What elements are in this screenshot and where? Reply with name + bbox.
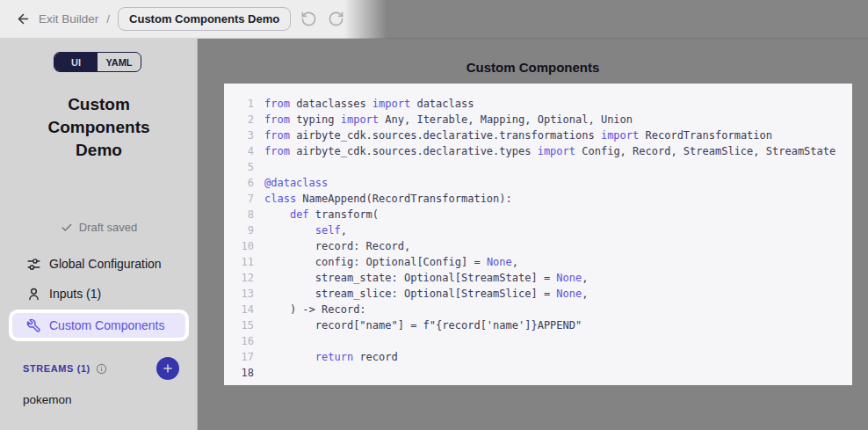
- streams-header-label: STREAMS (1): [23, 363, 90, 374]
- code-text: stream_state: Optional[StreamState] = No…: [264, 272, 588, 284]
- code-line: 8 def transform(: [235, 207, 852, 222]
- code-line: 10 record: Record,: [235, 238, 852, 254]
- line-number: 8: [235, 208, 254, 221]
- main-panel: Custom Components 1from dataclasses impo…: [198, 39, 868, 430]
- code-line: 18: [235, 365, 852, 381]
- builder-sidebar: UI YAML Custom Components Demo Draft sav…: [0, 39, 198, 430]
- line-number: 11: [235, 256, 254, 268]
- line-number: 16: [235, 335, 254, 347]
- panel-heading: Custom Components: [198, 60, 868, 75]
- builder-title-input[interactable]: Custom Components Demo: [118, 7, 291, 31]
- code-text: def transform(: [264, 208, 379, 221]
- redo-icon: [328, 11, 344, 27]
- info-icon[interactable]: [96, 363, 107, 375]
- ui-yaml-toggle: UI YAML: [54, 52, 141, 72]
- sidebar-item-inputs[interactable]: Inputs (1): [12, 281, 185, 306]
- stream-item-pokemon[interactable]: pokemon: [0, 389, 198, 410]
- code-line: 17 return record: [235, 349, 852, 365]
- code-text: from typing import Any, Iterable, Mappin…: [264, 113, 633, 126]
- code-line: 15 record["name"] = f"{record['name']}AP…: [235, 317, 852, 333]
- code-line: 16: [235, 333, 852, 349]
- code-line: 7class NameAppend(RecordTransformation):: [235, 191, 852, 207]
- code-text: from dataclasses import dataclass: [264, 98, 474, 110]
- plus-icon: [162, 362, 174, 375]
- code-line: 11 config: Optional[Config] = None,: [235, 254, 852, 270]
- line-number: 13: [235, 288, 254, 300]
- code-text: from airbyte_cdk.sources.declarative.typ…: [264, 145, 835, 157]
- code-lines: 1from dataclasses import dataclass2from …: [235, 96, 852, 381]
- code-text: stream_slice: Optional[StreamSlice] = No…: [264, 288, 588, 300]
- redo-button[interactable]: [326, 10, 345, 29]
- line-number: 10: [235, 240, 254, 252]
- line-number: 2: [235, 113, 254, 126]
- code-text: ) -> Record:: [264, 303, 366, 316]
- code-line: 4from airbyte_cdk.sources.declarative.ty…: [235, 143, 852, 159]
- line-number: 1: [235, 98, 254, 110]
- top-bar: Exit Builder / Custom Components Demo: [0, 0, 868, 39]
- sliders-icon: [26, 257, 41, 272]
- sidebar-nav: Global Configuration Inputs (1) Custom C…: [0, 251, 198, 343]
- streams-section-header: STREAMS (1): [0, 355, 198, 382]
- exit-builder-link[interactable]: Exit Builder: [39, 12, 98, 26]
- sidebar-item-custom-components[interactable]: Custom Components: [12, 313, 185, 338]
- code-line: 12 stream_state: Optional[StreamState] =…: [235, 270, 852, 286]
- toggle-yaml-option[interactable]: YAML: [98, 53, 141, 71]
- line-number: 9: [235, 224, 254, 237]
- line-number: 15: [235, 319, 254, 332]
- breadcrumb-separator: /: [106, 12, 110, 26]
- check-icon: [61, 222, 73, 234]
- back-button[interactable]: [11, 7, 35, 32]
- code-line: 1from dataclasses import dataclass: [235, 96, 852, 112]
- line-number: 12: [235, 272, 254, 284]
- add-stream-button[interactable]: [156, 357, 179, 380]
- draft-status: Draft saved: [0, 221, 198, 234]
- line-number: 3: [235, 129, 254, 142]
- code-line: 2from typing import Any, Iterable, Mappi…: [235, 112, 852, 128]
- undo-button[interactable]: [299, 10, 318, 29]
- code-line: 3from airbyte_cdk.sources.declarative.tr…: [235, 128, 852, 143]
- code-line: 13 stream_slice: Optional[StreamSlice] =…: [235, 286, 852, 302]
- code-text: record: Record,: [264, 240, 410, 252]
- code-text: @dataclass: [264, 177, 328, 189]
- wrench-icon: [26, 318, 41, 333]
- code-text: config: Optional[Config] = None,: [264, 256, 518, 268]
- code-line: 6@dataclass: [235, 175, 852, 191]
- code-editor[interactable]: 1from dataclasses import dataclass2from …: [224, 84, 852, 385]
- line-number: 17: [235, 351, 254, 363]
- code-line: 5: [235, 159, 852, 175]
- code-text: return record: [264, 351, 398, 363]
- project-title: Custom Components Demo: [0, 93, 198, 162]
- undo-icon: [300, 11, 317, 27]
- code-line: 14 ) -> Record:: [235, 302, 852, 317]
- code-text: from airbyte_cdk.sources.declarative.tra…: [264, 129, 772, 142]
- line-number: 4: [235, 145, 254, 157]
- arrow-left-icon: [16, 11, 31, 26]
- code-text: record["name"] = f"{record['name']}APPEN…: [264, 319, 582, 332]
- sidebar-item-global-configuration[interactable]: Global Configuration: [12, 251, 185, 276]
- connector-builder-app: Exit Builder / Custom Components Demo UI…: [0, 0, 868, 430]
- person-icon: [26, 287, 41, 302]
- code-line: 9 self,: [235, 222, 852, 238]
- toggle-ui-option[interactable]: UI: [54, 53, 98, 71]
- line-number: 18: [235, 367, 254, 379]
- code-text: self,: [264, 224, 347, 237]
- code-text: class NameAppend(RecordTransformation):: [264, 193, 512, 205]
- line-number: 14: [235, 303, 254, 316]
- line-number: 6: [235, 177, 254, 189]
- line-number: 5: [235, 161, 254, 173]
- line-number: 7: [235, 193, 254, 205]
